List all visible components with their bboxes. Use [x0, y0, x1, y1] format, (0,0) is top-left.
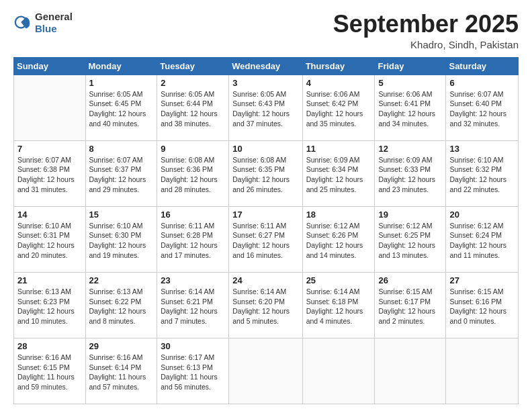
day-number: 28	[17, 341, 82, 351]
day-info: Sunrise: 6:05 AM Sunset: 6:43 PM Dayligh…	[232, 89, 298, 129]
table-row: 10Sunrise: 6:08 AM Sunset: 6:35 PM Dayli…	[229, 140, 302, 206]
table-row	[375, 338, 446, 404]
table-row: 1Sunrise: 6:05 AM Sunset: 6:45 PM Daylig…	[85, 75, 157, 140]
day-info: Sunrise: 6:15 AM Sunset: 6:17 PM Dayligh…	[378, 287, 442, 326]
table-row: 20Sunrise: 6:12 AM Sunset: 6:24 PM Dayli…	[446, 206, 519, 272]
day-info: Sunrise: 6:10 AM Sunset: 6:30 PM Dayligh…	[89, 221, 154, 261]
day-number: 8	[89, 144, 154, 154]
header: General Blue September 2025 Khadro, Sind…	[13, 11, 519, 50]
table-row: 27Sunrise: 6:15 AM Sunset: 6:16 PM Dayli…	[446, 272, 519, 338]
day-number: 20	[449, 210, 515, 220]
day-info: Sunrise: 6:14 AM Sunset: 6:21 PM Dayligh…	[161, 287, 225, 326]
day-number: 2	[161, 78, 225, 88]
table-row	[14, 75, 86, 140]
day-number: 17	[232, 210, 298, 220]
table-row: 30Sunrise: 6:17 AM Sunset: 6:13 PM Dayli…	[157, 338, 229, 404]
day-number: 27	[449, 275, 515, 285]
day-number: 29	[89, 341, 154, 351]
table-row: 23Sunrise: 6:14 AM Sunset: 6:21 PM Dayli…	[157, 272, 229, 338]
table-row: 24Sunrise: 6:14 AM Sunset: 6:20 PM Dayli…	[229, 272, 302, 338]
table-row: 18Sunrise: 6:12 AM Sunset: 6:26 PM Dayli…	[302, 206, 375, 272]
day-info: Sunrise: 6:09 AM Sunset: 6:33 PM Dayligh…	[378, 155, 442, 195]
day-info: Sunrise: 6:17 AM Sunset: 6:13 PM Dayligh…	[161, 353, 225, 392]
table-row: 4Sunrise: 6:06 AM Sunset: 6:42 PM Daylig…	[302, 75, 375, 140]
day-number: 10	[232, 144, 298, 154]
day-info: Sunrise: 6:08 AM Sunset: 6:35 PM Dayligh…	[232, 155, 298, 195]
title-block: September 2025 Khadro, Sindh, Pakistan	[333, 11, 519, 50]
page: General Blue September 2025 Khadro, Sind…	[0, 0, 532, 411]
table-row: 6Sunrise: 6:07 AM Sunset: 6:40 PM Daylig…	[446, 75, 519, 140]
col-saturday: Saturday	[446, 57, 519, 75]
day-info: Sunrise: 6:16 AM Sunset: 6:15 PM Dayligh…	[17, 353, 82, 392]
day-info: Sunrise: 6:10 AM Sunset: 6:32 PM Dayligh…	[449, 155, 515, 195]
table-row: 12Sunrise: 6:09 AM Sunset: 6:33 PM Dayli…	[375, 140, 446, 206]
table-row: 14Sunrise: 6:10 AM Sunset: 6:31 PM Dayli…	[14, 206, 86, 272]
table-row	[229, 338, 302, 404]
day-info: Sunrise: 6:11 AM Sunset: 6:27 PM Dayligh…	[232, 221, 298, 261]
day-info: Sunrise: 6:05 AM Sunset: 6:45 PM Dayligh…	[89, 89, 154, 129]
day-info: Sunrise: 6:07 AM Sunset: 6:40 PM Dayligh…	[449, 89, 515, 129]
day-number: 9	[161, 144, 225, 154]
day-number: 5	[378, 78, 442, 88]
day-info: Sunrise: 6:15 AM Sunset: 6:16 PM Dayligh…	[449, 287, 515, 326]
day-info: Sunrise: 6:14 AM Sunset: 6:18 PM Dayligh…	[306, 287, 371, 326]
day-number: 14	[17, 210, 82, 220]
logo: General Blue	[13, 11, 73, 35]
day-info: Sunrise: 6:13 AM Sunset: 6:22 PM Dayligh…	[89, 287, 154, 326]
day-info: Sunrise: 6:07 AM Sunset: 6:37 PM Dayligh…	[89, 155, 154, 195]
location: Khadro, Sindh, Pakistan	[333, 39, 519, 50]
day-number: 13	[449, 144, 515, 154]
table-row	[446, 338, 519, 404]
col-thursday: Thursday	[302, 57, 375, 75]
day-number: 11	[306, 144, 371, 154]
day-number: 22	[89, 275, 154, 285]
table-row: 29Sunrise: 6:16 AM Sunset: 6:14 PM Dayli…	[85, 338, 157, 404]
day-info: Sunrise: 6:07 AM Sunset: 6:38 PM Dayligh…	[17, 155, 82, 195]
table-row: 11Sunrise: 6:09 AM Sunset: 6:34 PM Dayli…	[302, 140, 375, 206]
day-number: 24	[232, 275, 298, 285]
day-info: Sunrise: 6:14 AM Sunset: 6:20 PM Dayligh…	[232, 287, 298, 326]
day-info: Sunrise: 6:08 AM Sunset: 6:36 PM Dayligh…	[161, 155, 225, 195]
day-number: 7	[17, 144, 82, 154]
day-info: Sunrise: 6:10 AM Sunset: 6:31 PM Dayligh…	[17, 221, 82, 261]
table-row: 5Sunrise: 6:06 AM Sunset: 6:41 PM Daylig…	[375, 75, 446, 140]
day-info: Sunrise: 6:09 AM Sunset: 6:34 PM Dayligh…	[306, 155, 371, 195]
logo-icon	[13, 13, 32, 32]
day-number: 21	[17, 275, 82, 285]
table-row: 25Sunrise: 6:14 AM Sunset: 6:18 PM Dayli…	[302, 272, 375, 338]
table-row: 8Sunrise: 6:07 AM Sunset: 6:37 PM Daylig…	[85, 140, 157, 206]
table-row: 16Sunrise: 6:11 AM Sunset: 6:28 PM Dayli…	[157, 206, 229, 272]
table-row: 2Sunrise: 6:05 AM Sunset: 6:44 PM Daylig…	[157, 75, 229, 140]
day-number: 26	[378, 275, 442, 285]
day-number: 25	[306, 275, 371, 285]
day-info: Sunrise: 6:06 AM Sunset: 6:42 PM Dayligh…	[306, 89, 371, 129]
day-number: 19	[378, 210, 442, 220]
col-wednesday: Wednesday	[229, 57, 302, 75]
day-number: 16	[161, 210, 225, 220]
day-info: Sunrise: 6:13 AM Sunset: 6:23 PM Dayligh…	[17, 287, 82, 326]
logo-general: General	[35, 11, 73, 22]
day-info: Sunrise: 6:16 AM Sunset: 6:14 PM Dayligh…	[89, 353, 154, 392]
day-info: Sunrise: 6:12 AM Sunset: 6:25 PM Dayligh…	[378, 221, 442, 261]
day-info: Sunrise: 6:11 AM Sunset: 6:28 PM Dayligh…	[161, 221, 225, 261]
table-row: 15Sunrise: 6:10 AM Sunset: 6:30 PM Dayli…	[85, 206, 157, 272]
table-row: 7Sunrise: 6:07 AM Sunset: 6:38 PM Daylig…	[14, 140, 86, 206]
day-number: 18	[306, 210, 371, 220]
month-title: September 2025	[333, 11, 519, 38]
col-friday: Friday	[375, 57, 446, 75]
day-info: Sunrise: 6:12 AM Sunset: 6:24 PM Dayligh…	[449, 221, 515, 261]
day-number: 30	[161, 341, 225, 351]
logo-blue: Blue	[35, 23, 57, 34]
col-sunday: Sunday	[14, 57, 86, 75]
day-info: Sunrise: 6:05 AM Sunset: 6:44 PM Dayligh…	[161, 89, 225, 129]
table-row: 28Sunrise: 6:16 AM Sunset: 6:15 PM Dayli…	[14, 338, 86, 404]
day-number: 3	[232, 78, 298, 88]
col-monday: Monday	[85, 57, 157, 75]
table-row: 3Sunrise: 6:05 AM Sunset: 6:43 PM Daylig…	[229, 75, 302, 140]
day-number: 4	[306, 78, 371, 88]
calendar-table: Sunday Monday Tuesday Wednesday Thursday…	[13, 57, 519, 404]
table-row: 26Sunrise: 6:15 AM Sunset: 6:17 PM Dayli…	[375, 272, 446, 338]
table-row: 21Sunrise: 6:13 AM Sunset: 6:23 PM Dayli…	[14, 272, 86, 338]
table-row: 19Sunrise: 6:12 AM Sunset: 6:25 PM Dayli…	[375, 206, 446, 272]
table-row: 13Sunrise: 6:10 AM Sunset: 6:32 PM Dayli…	[446, 140, 519, 206]
